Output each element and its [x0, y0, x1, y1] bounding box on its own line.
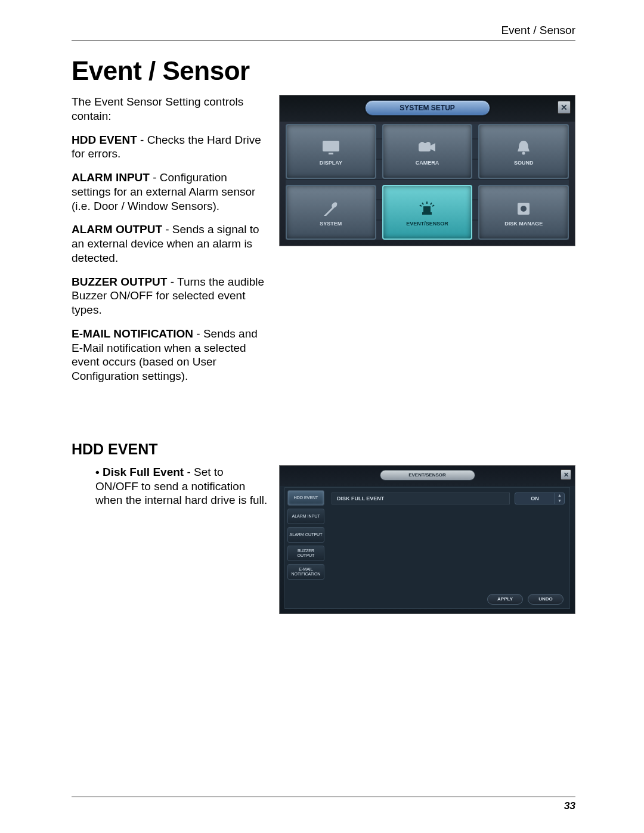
bullet-disk-full: Disk Full Event - Set to ON/OFF to send … [72, 465, 268, 507]
disk-icon [512, 198, 535, 218]
tile-disk-manage-label: DISK MANAGE [504, 221, 543, 227]
disk-full-value: ON [515, 496, 555, 501]
tile-system[interactable]: SYSTEM [286, 185, 376, 240]
tab-alarm-input[interactable]: ALARM INPUT [287, 509, 324, 524]
tab-email-notification[interactable]: E-MAIL NOTIFICATION [287, 564, 324, 580]
svg-point-5 [522, 152, 525, 155]
ss2-row-disk-full: DISK FULL EVENT ON ▲▼ [332, 491, 565, 506]
ss2-header: EVENT/SENSOR ✕ [280, 466, 575, 486]
disk-full-label: DISK FULL EVENT [332, 493, 510, 504]
spinner-icon[interactable]: ▲▼ [555, 493, 564, 504]
item-email-notification: E-MAIL NOTIFICATION - Sends and E-Mail n… [72, 327, 268, 383]
ss2-main: DISK FULL EVENT ON ▲▼ APPLY UNDO [327, 488, 569, 608]
item-hdd-event: HDD EVENT - Checks the Hard Drive for er… [72, 133, 268, 162]
item-buzzer-output: BUZZER OUTPUT - Turns the audible Buzzer… [72, 275, 268, 317]
divider-bottom [72, 797, 575, 797]
tile-display-label: DISPLAY [320, 160, 342, 166]
siren-icon [415, 198, 439, 218]
bullet-term: Disk Full Event [95, 466, 184, 478]
tile-event-sensor[interactable]: EVENT/SENSOR [382, 185, 473, 240]
svg-rect-0 [323, 141, 339, 151]
tile-event-sensor-label: EVENT/SENSOR [406, 221, 448, 227]
svg-point-7 [521, 206, 527, 212]
text-column: The Event Sensor Setting controls contai… [72, 95, 268, 393]
close-icon[interactable]: ✕ [561, 469, 571, 480]
ss2-body: HDD EVENT ALARM INPUT ALARM OUTPUT BUZZE… [284, 487, 570, 609]
monitor-icon [319, 137, 343, 157]
hdd-event-heading: HDD EVENT [72, 441, 575, 458]
item-alarm-input: ALARM INPUT - Configuration settings for… [72, 171, 268, 213]
ss2-sidebar: HDD EVENT ALARM INPUT ALARM OUTPUT BUZZE… [285, 488, 327, 608]
term-alarm-in: ALARM INPUT [72, 171, 150, 184]
tile-camera-label: CAMERA [416, 160, 439, 166]
item-alarm-output: ALARM OUTPUT - Sends a signal to an exte… [72, 222, 268, 265]
disk-full-dropdown[interactable]: ON ▲▼ [515, 493, 565, 504]
term-email: E-MAIL NOTIFICATION [72, 327, 193, 340]
screenshot-system-setup: SYSTEM SETUP ✕ DISPLAY CAMERA SOUND [279, 95, 575, 246]
tile-disk-manage[interactable]: DISK MANAGE [478, 185, 569, 240]
svg-point-4 [426, 142, 431, 147]
ss1-title-pill: SYSTEM SETUP [365, 100, 490, 116]
tile-sound[interactable]: SOUND [478, 124, 569, 179]
tab-buzzer-output[interactable]: BUZZER OUTPUT [287, 546, 324, 561]
page-number: 33 [564, 800, 575, 812]
close-icon[interactable]: ✕ [558, 101, 571, 114]
tile-sound-label: SOUND [514, 160, 534, 166]
term-hdd: HDD EVENT [72, 134, 137, 146]
apply-button[interactable]: APPLY [487, 594, 523, 605]
wrench-icon [319, 198, 343, 218]
svg-point-3 [420, 142, 425, 147]
term-buzzer: BUZZER OUTPUT [72, 275, 167, 288]
ss1-header: SYSTEM SETUP ✕ [280, 95, 575, 122]
screenshot-hdd-event: EVENT/SENSOR ✕ HDD EVENT ALARM INPUT ALA… [279, 465, 575, 614]
ss2-title-pill: EVENT/SENSOR [380, 470, 475, 481]
header-section-label: Event / Sensor [72, 24, 575, 37]
intro-text: The Event Sensor Setting controls contai… [72, 95, 268, 123]
page-title: Event / Sensor [72, 56, 575, 86]
camera-icon [415, 137, 439, 157]
tab-hdd-event[interactable]: HDD EVENT [287, 490, 324, 506]
ss1-grid: DISPLAY CAMERA SOUND SYSTEM EVENT/SENSOR [286, 124, 569, 240]
undo-button[interactable]: UNDO [528, 594, 564, 605]
content-row-1: The Event Sensor Setting controls contai… [72, 95, 575, 393]
tile-display[interactable]: DISPLAY [286, 124, 376, 179]
tile-camera[interactable]: CAMERA [382, 124, 473, 179]
text-column-2: Disk Full Event - Set to ON/OFF to send … [72, 465, 268, 614]
content-row-2: Disk Full Event - Set to ON/OFF to send … [72, 465, 575, 614]
ss2-footer: APPLY UNDO [487, 594, 564, 605]
bell-icon [512, 137, 535, 157]
term-alarm-out: ALARM OUTPUT [72, 223, 162, 236]
tab-alarm-output[interactable]: ALARM OUTPUT [287, 527, 324, 543]
tile-system-label: SYSTEM [320, 221, 342, 227]
divider-top [72, 41, 575, 41]
svg-rect-1 [329, 153, 333, 154]
